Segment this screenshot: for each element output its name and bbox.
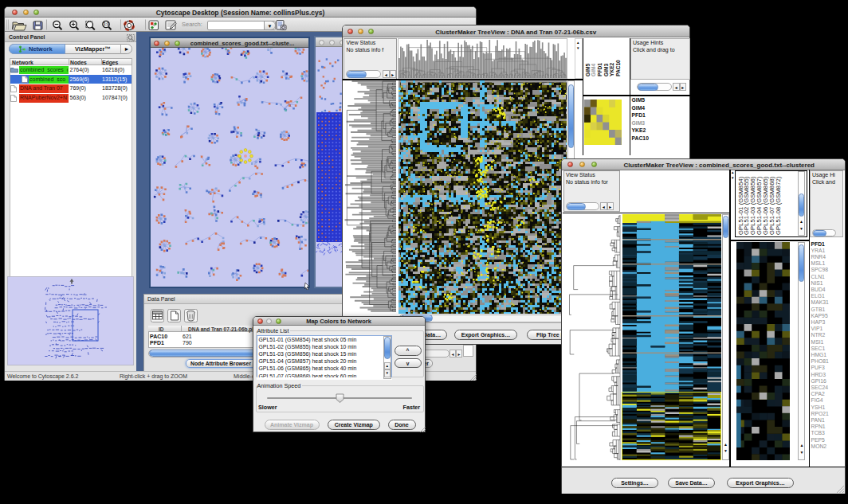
svg-text:1:1: 1:1 [104, 22, 109, 26]
